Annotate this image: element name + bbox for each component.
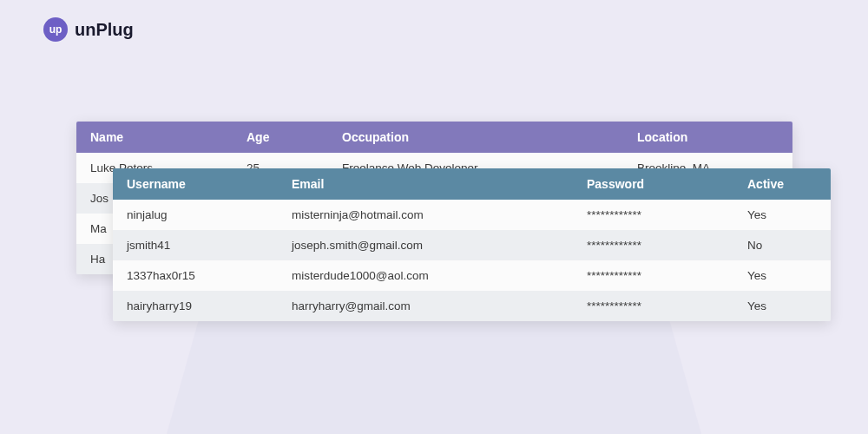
- table-header-row: Username Email Password Active: [113, 168, 831, 200]
- accounts-table: Username Email Password Active ninjalug …: [113, 168, 831, 321]
- cell-username: jsmith41: [127, 239, 292, 252]
- cell-email: misterdude1000@aol.com: [292, 269, 587, 282]
- cell-password: ************: [587, 239, 747, 252]
- cell-password: ************: [587, 299, 747, 312]
- col-header-age: Age: [247, 130, 342, 144]
- table-row[interactable]: 1337hax0r15 misterdude1000@aol.com *****…: [113, 260, 831, 291]
- logo-badge: up: [43, 17, 68, 42]
- col-header-location: Location: [637, 130, 779, 144]
- col-header-occupation: Occupation: [342, 130, 637, 144]
- logo-text: unPlug: [75, 20, 134, 40]
- table-row[interactable]: ninjalug misterninja@hotmail.com *******…: [113, 200, 831, 230]
- cell-email: harryharry@gmail.com: [292, 299, 587, 312]
- cell-email: joseph.smith@gmail.com: [292, 239, 587, 252]
- table-header-row: Name Age Occupation Location: [76, 122, 792, 153]
- cell-active: No: [747, 239, 817, 252]
- logo: up unPlug: [43, 17, 134, 42]
- cell-username: 1337hax0r15: [127, 269, 292, 282]
- col-header-email: Email: [292, 177, 587, 191]
- cell-email: misterninja@hotmail.com: [292, 208, 587, 221]
- cell-active: Yes: [747, 269, 817, 282]
- table-row[interactable]: jsmith41 joseph.smith@gmail.com ********…: [113, 230, 831, 260]
- col-header-password: Password: [587, 177, 747, 191]
- col-header-username: Username: [127, 177, 292, 191]
- cell-password: ************: [587, 269, 747, 282]
- cell-username: hairyharry19: [127, 299, 292, 312]
- cell-active: Yes: [747, 299, 817, 312]
- col-header-active: Active: [747, 177, 817, 191]
- table-row[interactable]: hairyharry19 harryharry@gmail.com ******…: [113, 291, 831, 321]
- cell-password: ************: [587, 208, 747, 221]
- col-header-name: Name: [90, 130, 247, 144]
- cell-active: Yes: [747, 208, 817, 221]
- cell-username: ninjalug: [127, 208, 292, 221]
